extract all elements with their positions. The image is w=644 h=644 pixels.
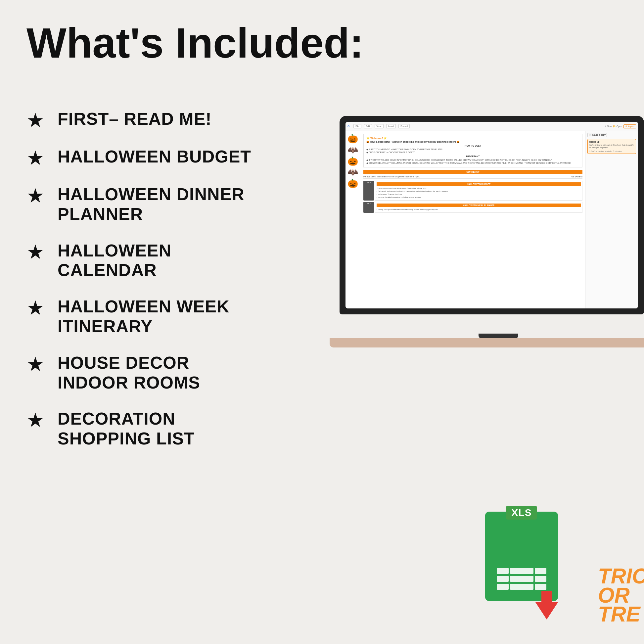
trick-or-treat-text: TRICORTRE — [598, 567, 644, 624]
sheet-left: 🎃🦇🎃🦇🎃 ⭐ Welcome! ⭐ 🎃 Have a successful H… — [345, 131, 585, 308]
xls-row-1 — [497, 568, 546, 574]
toolbar-new[interactable]: + New — [605, 125, 612, 127]
item-label-7: DECORATION SHOPPING LIST — [58, 409, 195, 449]
list-item: ★ HOUSE DECOR INDOOR ROOMS — [26, 353, 251, 393]
toolbar-open[interactable]: 📂 Open — [613, 125, 622, 128]
list-item: ★ HALLOWEEN WEEK ITINERARY — [26, 297, 251, 337]
tab2-label: Tab 2 — [363, 181, 374, 201]
toolbar-file[interactable]: File — [353, 124, 361, 128]
star-icon: ★ — [26, 242, 44, 262]
xls-row-2 — [497, 576, 546, 582]
heads-up-sub: □ Don't show this again for 5 minutes — [589, 150, 634, 152]
tab2-section: Tab 2 HALLOWEEN BUDGET There you gonna h… — [363, 181, 582, 201]
sheet-toolbar: G File Edit View Insert Format + New 📂 O… — [345, 122, 638, 131]
welcome-subtitle: 🎃 Have a successful Halloween budgeting … — [366, 141, 579, 143]
included-items-list: ★ FIRST– READ ME! ★ HALLOWEEN BUDGET ★ H… — [26, 109, 251, 449]
laptop-base — [330, 338, 644, 347]
important-title: IMPORTANT — [366, 155, 579, 158]
currency-section: CURRENCY Please select the currency in t… — [363, 170, 582, 179]
heads-up-title: Heads up! — [589, 141, 634, 143]
pumpkin-decoration: 🎃🦇🎃🦇🎃 — [347, 133, 358, 189]
toolbar-format[interactable]: Format — [398, 124, 410, 128]
tab3-section: Tab 3 HALLOWEEN MEAL PLANNER • Easily pl… — [363, 202, 582, 213]
laptop-notch — [479, 334, 518, 338]
star-icon: ★ — [26, 410, 44, 430]
tab2-content: HALLOWEEN BUDGET There you gonna have Ha… — [375, 181, 582, 201]
xls-cell — [535, 568, 547, 574]
important-text: ◆ IF YOU TRY TO ADD SOME INFORMATION IN … — [366, 159, 579, 164]
xls-cell — [535, 584, 547, 590]
item-label-6: HOUSE DECOR INDOOR ROOMS — [58, 353, 200, 393]
currency-bar: CURRENCY — [363, 170, 582, 174]
list-item: ★ HALLOWEEN DINNER PLANNER — [26, 185, 251, 224]
list-item: ★ HALLOWEEN BUDGET — [26, 147, 251, 168]
toolbar-insert[interactable]: Insert — [386, 124, 396, 128]
welcome-box: ⭐ Welcome! ⭐ 🎃 Have a successful Hallowe… — [363, 134, 582, 167]
tab2-header: HALLOWEEN BUDGET — [377, 182, 581, 186]
xls-cell — [510, 584, 533, 590]
list-item: ★ FIRST– READ ME! — [26, 109, 251, 130]
list-item: ★ HALLOWEEN CALENDAR — [26, 241, 251, 281]
heads-up-text: You're trying to edit part of this sheet… — [589, 144, 634, 149]
laptop-body: G File Edit View Insert Format + New 📂 O… — [340, 116, 644, 314]
tab3-header: HALLOWEEN MEAL PLANNER — [377, 204, 581, 207]
xls-cell — [497, 584, 509, 590]
item-label-4: HALLOWEEN CALENDAR — [58, 241, 171, 281]
currency-value: US Dollar $ — [572, 175, 582, 178]
toolbar-edit[interactable]: Edit — [364, 124, 372, 128]
xls-cell — [497, 576, 509, 582]
item-label-5: HALLOWEEN WEEK ITINERARY — [58, 297, 230, 337]
spreadsheet-content: G File Edit View Insert Format + New 📂 O… — [345, 122, 638, 308]
laptop-mockup: G File Edit View Insert Format + New 📂 O… — [340, 116, 644, 347]
how-to-title: HOW TO USE? — [366, 145, 579, 147]
download-arrow — [535, 591, 558, 620]
star-icon: ★ — [26, 354, 44, 374]
xls-file-icon: XLS — [485, 505, 578, 618]
item-label-2: HALLOWEEN BUDGET — [58, 147, 251, 167]
xls-table — [497, 568, 546, 592]
currency-desc: Please select the currency in the dropdo… — [363, 175, 420, 178]
item-label-1: FIRST– READ ME! — [58, 109, 212, 129]
currency-row: Please select the currency in the dropdo… — [363, 175, 582, 179]
toolbar-view[interactable]: View — [375, 124, 384, 128]
tab3-content: HALLOWEEN MEAL PLANNER • Easily plan you… — [375, 202, 582, 213]
heads-up-box: Heads up! You're trying to edit part of … — [587, 139, 636, 154]
xls-cell — [510, 568, 533, 574]
how-to-text: ◆ FIRST YOU NEED TO MAKE YOUR OWN COPY T… — [366, 148, 579, 154]
xls-badge: XLS — [506, 506, 537, 520]
xls-cell — [497, 568, 509, 574]
make-copy-btn[interactable]: 📋 Make a copy — [587, 133, 607, 137]
star-icon: ★ — [26, 186, 44, 206]
tab3-label: Tab 3 — [363, 202, 374, 213]
tab3-text: • Easily plan your Halloween Dinner/Part… — [377, 208, 581, 211]
xls-icon-graphic: XLS — [485, 505, 565, 601]
page-title: What's Included: — [26, 20, 364, 67]
sheet-right-panel: 📋 Make a copy Heads up! You're trying to… — [585, 131, 638, 308]
xls-cell — [510, 576, 533, 582]
star-icon: ★ — [26, 148, 44, 168]
toolbar-import[interactable]: ⬇ Import — [623, 124, 636, 128]
xls-cell — [535, 576, 547, 582]
welcome-title: ⭐ Welcome! ⭐ — [366, 137, 579, 140]
star-icon: ★ — [26, 298, 44, 318]
file-fold — [551, 505, 565, 519]
laptop-screen: G File Edit View Insert Format + New 📂 O… — [345, 122, 638, 308]
xls-row-3 — [497, 584, 546, 590]
item-label-3: HALLOWEEN DINNER PLANNER — [58, 185, 245, 224]
star-icon: ★ — [26, 111, 44, 130]
xls-file-body: XLS — [485, 512, 558, 601]
sheet-main: 🎃🦇🎃🦇🎃 ⭐ Welcome! ⭐ 🎃 Have a successful H… — [345, 131, 638, 308]
list-item: ★ DECORATION SHOPPING LIST — [26, 409, 251, 449]
tab2-text: There you gonna have Halloween Budgeting… — [377, 187, 581, 199]
right-toolbar: 📋 Make a copy — [587, 133, 636, 137]
